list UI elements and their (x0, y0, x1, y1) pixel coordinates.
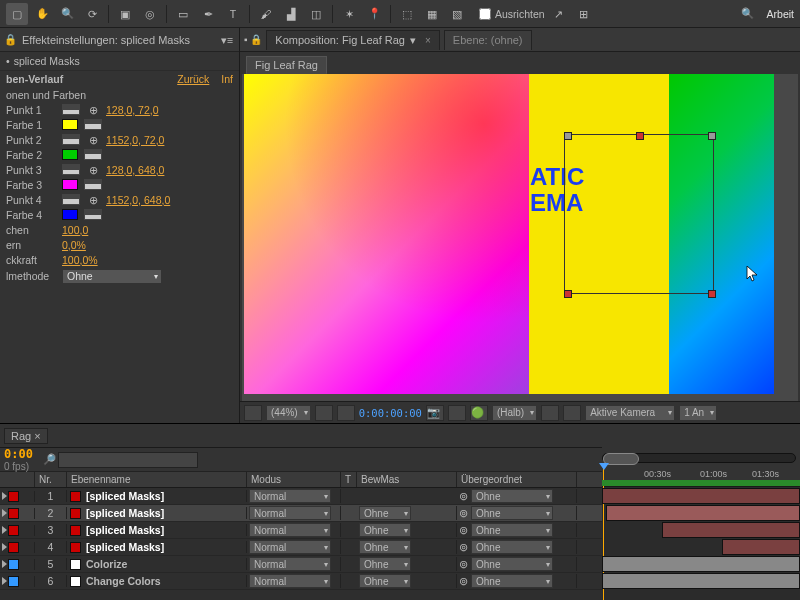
zoom-dropdown[interactable]: (44%) (266, 405, 311, 421)
layer-tab[interactable]: Ebene: (ohne) (444, 30, 532, 50)
color-swatch[interactable] (62, 149, 78, 160)
blend-mode-dropdown[interactable]: Normal (249, 557, 331, 571)
expand-icon[interactable] (2, 526, 7, 534)
effect-name[interactable]: ben-Verlauf (6, 73, 63, 85)
snapshot-icon[interactable]: 📷 (426, 405, 444, 421)
pen-tool[interactable]: ✒ (197, 3, 219, 25)
parent-pickwhip-icon[interactable]: ⊚ (459, 541, 468, 553)
layer-name[interactable]: Colorize (86, 558, 127, 570)
resolution-dropdown[interactable]: (Halb) (492, 405, 537, 421)
label-color[interactable] (8, 491, 19, 502)
layer-name[interactable]: [spliced Masks] (86, 507, 164, 519)
parent-pickwhip-icon[interactable]: ⊚ (459, 507, 468, 519)
layer-bar[interactable] (602, 573, 800, 589)
eyedropper-icon[interactable] (84, 179, 102, 190)
crosshair-icon[interactable] (62, 104, 80, 115)
time-navigator[interactable] (602, 453, 796, 463)
align-checkbox[interactable]: Ausrichten (479, 8, 545, 20)
zoom-tool[interactable]: 🔍 (56, 3, 78, 25)
prop-value[interactable]: 100,0 (62, 224, 88, 236)
blend-mode-dropdown[interactable]: Normal (249, 506, 331, 520)
res-icon[interactable] (315, 405, 333, 421)
layer-bar[interactable] (662, 522, 800, 538)
hand-tool[interactable]: ✋ (31, 3, 53, 25)
parent-dropdown[interactable]: Ohne (471, 557, 553, 571)
type-tool[interactable]: T (222, 3, 244, 25)
expand-icon[interactable] (2, 577, 7, 585)
show-channel-icon[interactable] (448, 405, 466, 421)
color-mgmt-icon[interactable]: 🟢 (470, 405, 488, 421)
timeline-tab[interactable]: Rag× (4, 428, 48, 444)
puppet-tool[interactable]: 📍 (363, 3, 385, 25)
pan-behind-tool[interactable]: ◎ (139, 3, 161, 25)
track-matte-dropdown[interactable]: Ohne (359, 540, 411, 554)
layer-bar[interactable] (602, 488, 800, 504)
crosshair-icon[interactable] (62, 164, 80, 175)
flowchart-tab[interactable]: Fig Leaf Rag (246, 56, 327, 74)
color-swatch[interactable] (62, 209, 78, 220)
selection-tool[interactable]: ▢ (6, 3, 28, 25)
layer-name[interactable]: [spliced Masks] (86, 524, 164, 536)
parent-pickwhip-icon[interactable]: ⊚ (459, 575, 468, 587)
timecode-display[interactable]: 0:00:00:00 (359, 407, 422, 419)
expand-icon[interactable] (2, 560, 7, 568)
current-time[interactable]: 0:00 (4, 447, 33, 461)
crosshair-icon[interactable] (62, 134, 80, 145)
crosshair-icon[interactable] (62, 194, 80, 205)
parent-dropdown[interactable]: Ohne (471, 574, 553, 588)
roi-icon[interactable] (541, 405, 559, 421)
layer-name[interactable]: Change Colors (86, 575, 161, 587)
parent-pickwhip-icon[interactable]: ⊚ (459, 558, 468, 570)
blend-mode-dropdown[interactable]: Normal (249, 489, 331, 503)
transparency-grid-icon[interactable] (337, 405, 355, 421)
close-tab-icon[interactable]: × (425, 35, 431, 46)
panel-lock-icon[interactable]: 🔒 (4, 33, 17, 46)
reset-link[interactable]: Zurück (177, 73, 209, 85)
prop-value[interactable]: 1152,0, 648,0 (106, 194, 170, 206)
prop-value[interactable]: 128,0, 72,0 (106, 104, 159, 116)
prop-value[interactable]: 0,0% (62, 239, 86, 251)
eraser-tool[interactable]: ◫ (305, 3, 327, 25)
parent-pickwhip-icon[interactable]: ⊚ (459, 524, 468, 536)
timeline-tracks-area[interactable]: 00:30s 01:00s 01:30s (602, 447, 800, 600)
point-picker-icon[interactable]: ⊕ (86, 164, 100, 176)
point-picker-icon[interactable]: ⊕ (86, 104, 100, 116)
layer-bar[interactable] (606, 505, 800, 521)
search-help-icon[interactable]: 🔍 (737, 3, 759, 25)
guides-icon[interactable] (563, 405, 581, 421)
color-swatch[interactable] (62, 179, 78, 190)
parent-dropdown[interactable]: Ohne (471, 523, 553, 537)
snap-grid-icon[interactable]: ⊞ (573, 3, 595, 25)
track-matte-dropdown[interactable]: Ohne (359, 523, 411, 537)
label-color[interactable] (8, 559, 19, 570)
point-picker-icon[interactable]: ⊕ (86, 194, 100, 206)
eyedropper-icon[interactable] (84, 209, 102, 220)
label-color[interactable] (8, 576, 19, 587)
eyedropper-icon[interactable] (84, 149, 102, 160)
composition-tab[interactable]: Komposition: Fig Leaf Rag▾× (266, 30, 439, 50)
layer-name[interactable]: [spliced Masks] (86, 490, 164, 502)
layer-bar[interactable] (722, 539, 800, 555)
grid-icon[interactable] (244, 405, 262, 421)
panel-menu-icon[interactable]: ▾≡ (219, 34, 235, 46)
parent-pickwhip-icon[interactable]: ⊚ (459, 490, 468, 502)
eyedropper-icon[interactable] (84, 119, 102, 130)
camera-tool[interactable]: ▣ (114, 3, 136, 25)
parent-dropdown[interactable]: Ohne (471, 489, 553, 503)
workspace-label[interactable]: Arbeit (767, 8, 794, 20)
comp-lock-icon[interactable]: ▪ 🔒 (244, 34, 262, 45)
layer-bar[interactable] (602, 556, 800, 572)
expand-icon[interactable] (2, 492, 7, 500)
prop-value[interactable]: 128,0, 648,0 (106, 164, 164, 176)
camera-dropdown[interactable]: Aktive Kamera (585, 405, 675, 421)
blend-mode-dropdown[interactable]: Normal (249, 523, 331, 537)
blend-mode-dropdown[interactable]: Normal (249, 574, 331, 588)
clone-tool[interactable]: ▟ (280, 3, 302, 25)
views-dropdown[interactable]: 1 An (679, 405, 717, 421)
snap-icon[interactable]: ↗ (548, 3, 570, 25)
prop-value[interactable]: 100,0% (62, 254, 98, 266)
prop-value[interactable]: 1152,0, 72,0 (106, 134, 164, 146)
rotate-tool[interactable]: ⟳ (81, 3, 103, 25)
parent-dropdown[interactable]: Ohne (471, 506, 553, 520)
local-axis[interactable]: ⬚ (396, 3, 418, 25)
